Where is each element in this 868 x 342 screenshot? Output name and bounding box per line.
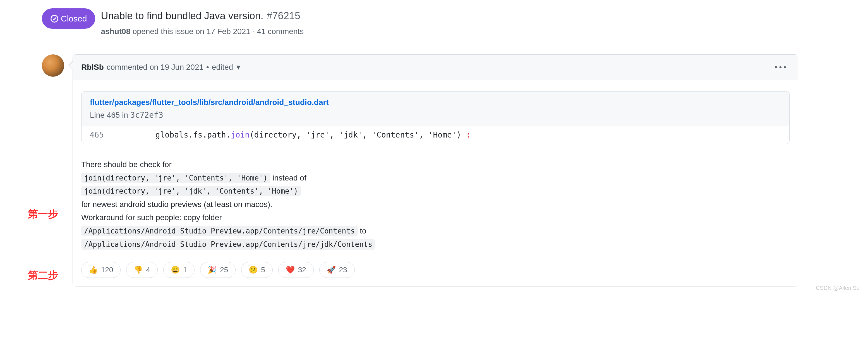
inline-code: join(directory, 'jre', 'jdk', 'Contents'…: [81, 186, 301, 196]
comment-box: RblSb commented on 19 Jun 2021 • edited …: [72, 54, 798, 286]
inline-code: /Applications/Android Studio Preview.app…: [81, 226, 358, 236]
issue-title: Unable to find bundled Java version.: [101, 8, 263, 24]
reaction-heart[interactable]: ❤️32: [278, 262, 314, 278]
state-badge-closed: Closed: [42, 8, 95, 29]
reactions-bar: 👍120 👎4 😄1 🎉25 😕5 ❤️32 🚀23: [81, 262, 789, 278]
reaction-thumbs-up[interactable]: 👍120: [81, 262, 121, 278]
check-circle-icon: [50, 14, 59, 23]
caret-down-icon: ▾: [237, 61, 240, 73]
watermark: CSDN @Allen Su: [816, 284, 860, 292]
line-number: 465: [82, 126, 110, 144]
issue-header: Closed Unable to find bundled Java versi…: [11, 0, 857, 46]
issue-meta: ashut08 opened this issue on 17 Feb 2021…: [101, 26, 304, 37]
comment-timestamp[interactable]: commented on 19 Jun 2021: [106, 61, 204, 73]
inline-code: /Applications/Android Studio Preview.app…: [81, 239, 375, 250]
reaction-laugh[interactable]: 😄1: [163, 262, 194, 278]
avatar[interactable]: [42, 54, 64, 77]
reaction-thumbs-down[interactable]: 👎4: [126, 262, 157, 278]
edited-dropdown[interactable]: edited ▾: [212, 61, 240, 73]
annotation-step-1: 第一步: [28, 207, 58, 221]
inline-code: join(directory, 'jre', 'Contents', 'Home…: [81, 173, 270, 183]
comment-author-link[interactable]: RblSb: [81, 61, 104, 73]
annotation-step-2: 第二步: [28, 268, 58, 283]
comment-actions-menu[interactable]: •••: [773, 60, 789, 75]
reaction-confused[interactable]: 😕5: [241, 262, 272, 278]
reaction-rocket[interactable]: 🚀23: [319, 262, 355, 278]
file-path-link[interactable]: flutter/packages/flutter_tools/lib/src/a…: [90, 98, 329, 106]
code-reference-block: flutter/packages/flutter_tools/lib/src/a…: [81, 91, 789, 144]
comment-header: RblSb commented on 19 Jun 2021 • edited …: [73, 55, 798, 80]
code-line[interactable]: 465 globals.fs.path.join(directory, 'jre…: [82, 126, 789, 144]
issue-number: #76215: [267, 8, 300, 24]
state-label: Closed: [61, 12, 87, 25]
issue-author-link[interactable]: ashut08: [101, 27, 130, 36]
reaction-hooray[interactable]: 🎉25: [200, 262, 236, 278]
commit-sha-link[interactable]: 3c72ef3: [130, 111, 163, 120]
comment-body-text: There should be check for join(directory…: [81, 158, 789, 251]
